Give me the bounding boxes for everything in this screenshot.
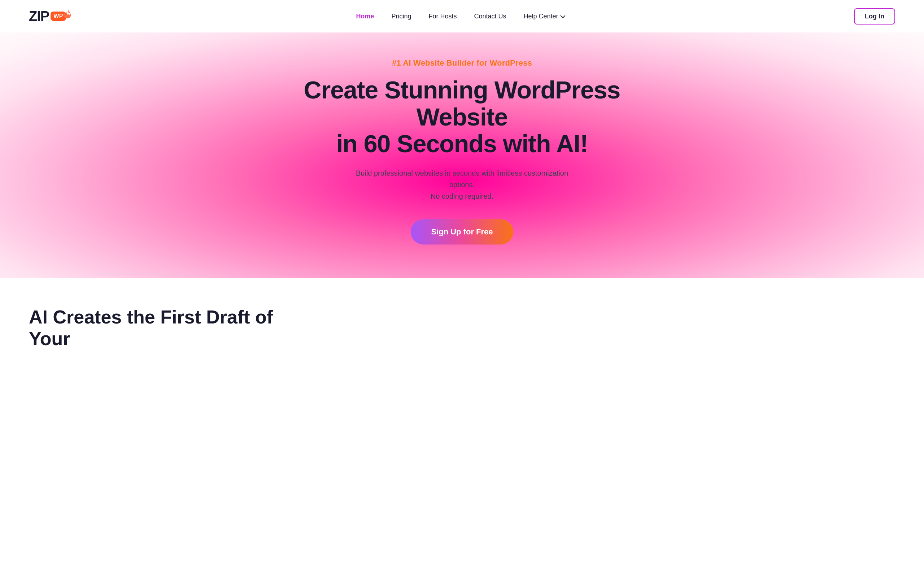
nav-link-help-center[interactable]: Help Center: [523, 13, 564, 20]
nav-link-contact-us[interactable]: Contact Us: [474, 13, 506, 20]
signup-cta-button[interactable]: Sign Up for Free: [411, 219, 513, 245]
nav-links: Home Pricing For Hosts Contact Us Help C…: [356, 13, 564, 20]
logo[interactable]: ZIP WP: [29, 10, 66, 23]
hero-title-line2: in 60 Seconds with AI!: [336, 130, 588, 157]
hero-subtitle-line1: Build professional websites in seconds w…: [356, 169, 568, 189]
hero-section: #1 AI Website Builder for WordPress Crea…: [0, 32, 924, 278]
logo-flame-icon: [63, 10, 71, 19]
hero-content: #1 AI Website Builder for WordPress Crea…: [300, 58, 624, 245]
nav-item-pricing[interactable]: Pricing: [391, 13, 411, 20]
navbar: ZIP WP Home Pricing For Hosts Contact Us…: [0, 0, 924, 32]
hero-title: Create Stunning WordPress Website in 60 …: [300, 76, 624, 157]
below-hero-section: AI Creates the First Draft of Your: [0, 278, 924, 364]
chevron-down-icon: [560, 13, 565, 18]
nav-item-help-center[interactable]: Help Center: [523, 13, 564, 20]
hero-subtitle-line2: No coding required.: [431, 192, 494, 200]
nav-link-for-hosts[interactable]: For Hosts: [428, 13, 457, 20]
nav-item-contact-us[interactable]: Contact Us: [474, 13, 506, 20]
logo-badge: WP: [50, 11, 66, 21]
login-button[interactable]: Log In: [854, 8, 895, 24]
below-hero-title: AI Creates the First Draft of Your: [29, 306, 281, 350]
nav-item-for-hosts[interactable]: For Hosts: [428, 13, 457, 20]
nav-item-home[interactable]: Home: [356, 13, 374, 20]
hero-title-line1: Create Stunning WordPress Website: [304, 76, 620, 131]
nav-link-home[interactable]: Home: [356, 13, 374, 20]
hero-subtitle: Build professional websites in seconds w…: [350, 167, 574, 202]
logo-zip-text: ZIP: [29, 10, 49, 23]
logo-wp-text: WP: [53, 13, 63, 19]
hero-tag: #1 AI Website Builder for WordPress: [300, 58, 624, 68]
nav-link-pricing[interactable]: Pricing: [391, 13, 411, 20]
